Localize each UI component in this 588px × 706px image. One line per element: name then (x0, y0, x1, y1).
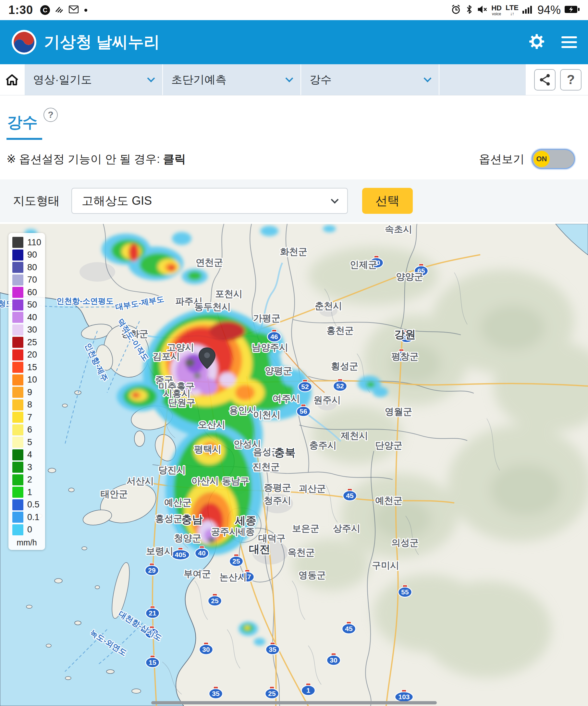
kma-logo (11, 29, 37, 55)
home-button[interactable] (0, 64, 24, 95)
signal-icon (522, 5, 532, 15)
wind-icon (54, 5, 64, 15)
gmail-icon (69, 5, 79, 14)
notice-click-link[interactable]: 클릭 (163, 153, 186, 165)
svg-text:45: 45 (345, 625, 353, 632)
legend-row: 0.1 (12, 511, 41, 524)
map-place-label: 포천시 (215, 289, 242, 299)
map-place-label: 공주시 (211, 526, 238, 537)
legend-value: 90 (27, 250, 37, 260)
legend-swatch (12, 324, 23, 336)
legend-value: 0.5 (27, 500, 40, 510)
map-place-label: 속초시 (385, 224, 412, 234)
legend-value: 0 (27, 525, 32, 535)
legend-row: 7 (12, 411, 41, 424)
svg-text:35: 35 (212, 690, 220, 697)
map-place-label: 예산군 (164, 497, 191, 507)
map-place-label: 화천군 (280, 246, 307, 257)
map-place-label: 부여군 (184, 569, 211, 579)
legend-row: 6 (12, 424, 41, 436)
radar-map[interactable]: 6065465550525256405402925451755452521151… (0, 224, 588, 706)
svg-text:55: 55 (401, 588, 409, 596)
svg-text:21: 21 (149, 609, 156, 617)
map-place-label: 증평군 (264, 482, 291, 493)
chevron-down-icon (424, 74, 431, 82)
legend-swatch (12, 312, 23, 323)
chevron-down-icon (147, 74, 155, 82)
legend-row: 80 (12, 261, 41, 274)
legend-swatch (12, 249, 23, 261)
legend-swatch (12, 424, 23, 435)
map-place-label: 대덕구 (258, 533, 285, 543)
map-type-value: 고해상도 GIS (82, 193, 152, 209)
map-place-label: 용인시 (229, 405, 257, 415)
map-place-label: 횡성군 (331, 361, 358, 371)
settings-gear-icon[interactable] (529, 34, 545, 51)
map-place-label: 옥천군 (287, 547, 315, 557)
map-place-label: 동남구 (222, 476, 249, 486)
svg-text:25: 25 (211, 597, 219, 604)
legend-value: 50 (27, 300, 37, 310)
legend-row: 15 (12, 361, 41, 374)
map-place-label: 충주시 (309, 440, 337, 450)
legend-value: 60 (27, 287, 37, 298)
map-place-label: 상주시 (333, 523, 360, 534)
legend-swatch (12, 449, 23, 460)
legend-swatch (12, 512, 23, 523)
legend-swatch (12, 412, 23, 423)
legend-row: 70 (12, 274, 41, 286)
select-button[interactable]: 선택 (362, 188, 413, 214)
legend-row: 110 (12, 236, 41, 249)
legend-swatch (12, 399, 23, 410)
legend-swatch (12, 349, 23, 360)
legend-row: 0 (12, 524, 41, 536)
legend-row: 20 (12, 349, 41, 361)
nav-dropdown-label: 영상·일기도 (33, 72, 92, 87)
map-place-label: 청양군 (174, 533, 201, 543)
map-place-label: 아산시 (191, 476, 219, 486)
svg-text:35: 35 (269, 645, 276, 653)
share-button[interactable] (534, 69, 555, 90)
nav-dropdown-subcategory[interactable]: 초단기예측 (163, 64, 301, 95)
map-place-label: 남양주시 (252, 342, 288, 352)
map-place-label: 진천군 (252, 462, 280, 472)
legend-row: 40 (12, 311, 41, 324)
map-place-label: 양평군 (265, 366, 292, 376)
legend-swatch (12, 499, 23, 510)
map-place-label: 영월군 (385, 406, 412, 417)
svg-text:52: 52 (301, 383, 309, 390)
legend-value: 0.1 (27, 512, 40, 522)
map-place-label: 가평군 (253, 313, 280, 323)
legend-swatch (12, 387, 23, 398)
legend-row: 3 (12, 461, 41, 474)
map-place-label: 예천군 (375, 496, 402, 506)
mute-icon (477, 5, 487, 15)
map-place-label: 보령시 (146, 546, 173, 556)
map-place-label: 보은군 (292, 523, 319, 534)
notice-text: ※ 옵션설정 기능이 안 될 경우: (6, 153, 163, 165)
legend-value: 1 (27, 487, 32, 497)
legend-swatch (12, 462, 23, 473)
map-type-select[interactable]: 고해상도 GIS (71, 188, 348, 214)
map-place-label: 춘천시 (315, 301, 342, 311)
map-controls: 지도형태 고해상도 GIS 선택 (0, 180, 588, 222)
nav-dropdown-item[interactable]: 강수 (301, 64, 439, 95)
menu-icon[interactable] (561, 36, 577, 48)
horizontal-scrollbar[interactable] (151, 701, 437, 704)
svg-text:25: 25 (232, 557, 240, 565)
legend-swatch (12, 375, 23, 386)
precip-help-badge[interactable]: ? (43, 108, 58, 122)
chevron-down-icon (331, 196, 339, 203)
legend-swatch (12, 300, 23, 311)
map-place-label: 평창군 (391, 351, 419, 361)
legend-swatch (12, 524, 23, 535)
map-place-label: 여주시 (273, 394, 300, 404)
option-view-toggle[interactable]: ON (532, 149, 575, 169)
nav-dropdown-category[interactable]: 영상·일기도 (25, 64, 162, 95)
nav-filler (439, 64, 526, 95)
map-place-label: 괴산군 (299, 483, 326, 494)
map-place-label: 강원 (394, 328, 416, 340)
page-help-button[interactable]: ? (560, 69, 582, 90)
legend-value: 2 (27, 475, 32, 485)
legend-value: 40 (27, 312, 37, 322)
